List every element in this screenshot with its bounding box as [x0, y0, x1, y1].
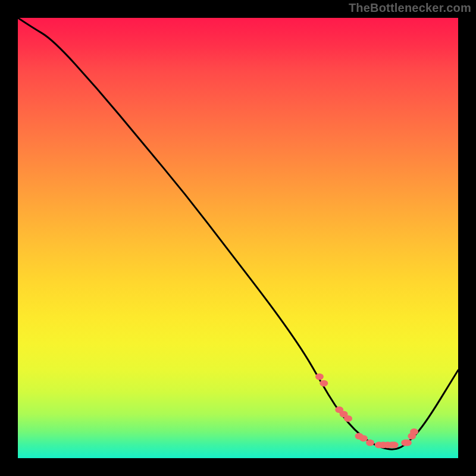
highlight-dot: [390, 441, 399, 448]
plot-area: [18, 18, 458, 458]
chart-frame: TheBottlenecker.com: [0, 0, 476, 476]
highlight-dot: [320, 380, 328, 387]
bottleneck-curve: [18, 18, 458, 449]
highlight-dot: [315, 374, 324, 380]
highlight-dot: [410, 428, 418, 435]
highlight-dot: [344, 415, 352, 422]
attribution-text: TheBottlenecker.com: [349, 1, 471, 15]
highlight-dot: [366, 440, 374, 446]
highlight-dot: [359, 435, 368, 441]
bottleneck-curve-svg: [18, 18, 458, 458]
highlight-dots: [315, 374, 418, 449]
highlight-dot: [403, 440, 412, 446]
